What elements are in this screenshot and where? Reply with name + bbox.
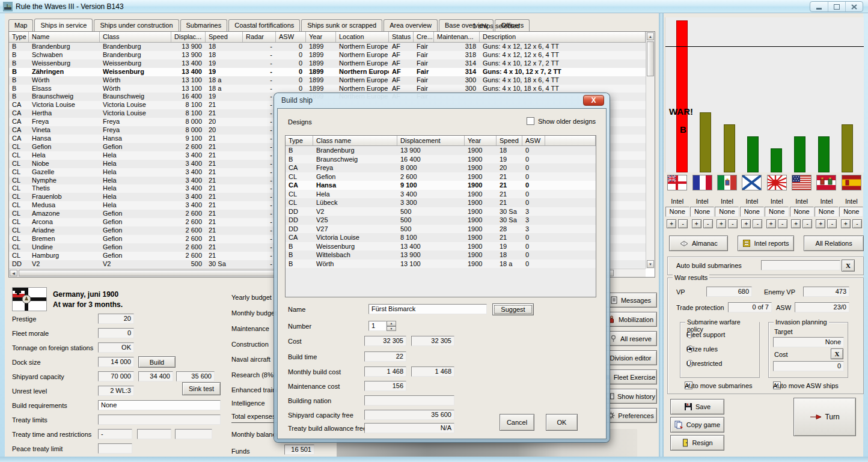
sink-test-button[interactable]: Sink test [182, 382, 221, 395]
policy-option-fleet-support[interactable]: Fleet support [686, 331, 694, 338]
resign-button[interactable]: Resign [670, 435, 724, 451]
policy-option-unrestricted[interactable]: Unrestricted [686, 360, 694, 367]
design-column-asw[interactable]: ASW [522, 136, 545, 145]
auto-build-field[interactable] [761, 260, 840, 270]
almanac-button[interactable]: Almanac [669, 236, 728, 251]
intel-reports-button[interactable]: Intel reports [738, 236, 795, 251]
minimize-button[interactable] [810, 2, 828, 11]
title-bar[interactable]: Rule the Waves III - Version B143 [0, 0, 868, 13]
tab-submarines[interactable]: Submarines [180, 19, 228, 31]
column-header-year[interactable]: Year [306, 32, 336, 42]
design-row-v2[interactable]: DDV2500190030 Sa3 [286, 207, 596, 216]
ship-row-w-rth[interactable]: BWörthWörth13 10018 a-01899Northern Euro… [9, 76, 646, 85]
turn-button[interactable]: Turn [793, 398, 856, 436]
copy-game-button[interactable]: Copy game [670, 417, 724, 433]
vertical-scroll-thumb[interactable] [647, 41, 654, 76]
column-header-radar[interactable]: Radar [243, 32, 276, 42]
close-button[interactable] [845, 2, 863, 11]
uk-white-ensign-flag-icon[interactable] [667, 175, 687, 190]
intel-minus-button[interactable]: - [703, 219, 713, 228]
number-input[interactable]: 1 [368, 321, 387, 331]
japan-navy-flag-icon[interactable] [767, 175, 787, 190]
intel-minus-button[interactable]: - [802, 219, 812, 228]
ok-button[interactable]: OK [546, 414, 578, 431]
design-row-victoria-louise[interactable]: CAVictoria Louise8 1001900210 [286, 233, 596, 242]
intel-plus-button[interactable]: + [791, 219, 801, 228]
column-header-class[interactable]: Class [100, 32, 171, 42]
column-header-name[interactable]: Name [29, 32, 100, 42]
design-row-v27[interactable]: DDV275001900283 [286, 225, 596, 234]
tab-ships-under-construction[interactable]: Ships under construction [94, 19, 179, 31]
dialog-close-icon[interactable]: X [583, 95, 604, 106]
design-column-displacement[interactable]: Displacement [397, 136, 465, 145]
design-row-v25[interactable]: DDV25500190030 Sa3 [286, 216, 596, 225]
tab-ships-sunk-or-scrapped[interactable]: Ships sunk or scrapped [301, 19, 382, 31]
design-row-gefion[interactable]: CLGefion2 6001900210 [286, 172, 596, 181]
messages-button[interactable]: Messages [604, 293, 657, 308]
ship-row-weissenburg[interactable]: BWeissenburgWeissenburg13 40019-01899Nor… [9, 59, 646, 68]
ship-row-elsass[interactable]: BElsassWörth13 10018 a-01899Northern Eur… [9, 85, 646, 93]
mobilization-button[interactable]: Mobilization [604, 312, 657, 327]
ship-name-input[interactable]: Fürst Bismarck [368, 304, 487, 314]
design-row-l-beck[interactable]: CLLübeck3 3001900210 [286, 198, 596, 207]
scroll-up-icon[interactable]: ▲ [647, 32, 654, 40]
design-row-w-rth[interactable]: BWörth13 100190018 a0 [286, 260, 596, 269]
preferences-button[interactable]: Preferences [604, 408, 657, 423]
spin-up-icon[interactable]: ▲ [387, 321, 396, 326]
usa-flag-icon[interactable] [792, 175, 811, 190]
intel-plus-button[interactable]: + [692, 219, 701, 228]
design-row-wittelsbach[interactable]: BWittelsbach13 9001900180 [286, 251, 596, 260]
maximize-button[interactable] [828, 2, 845, 11]
ship-row-schwaben[interactable]: BSchwabenBrandenburg13 90018-01899Northe… [9, 51, 646, 59]
design-row-hela[interactable]: CLHela3 4001900210 [286, 190, 596, 199]
italy-flag-icon[interactable] [717, 175, 737, 190]
build-button[interactable]: Build [138, 356, 176, 368]
suggest-button[interactable]: Suggest [492, 303, 534, 315]
invasion-clear-button[interactable]: X [831, 348, 843, 359]
division-editor-button[interactable]: Division editor [604, 350, 657, 365]
save-button[interactable]: Save [670, 399, 724, 415]
france-flag-icon[interactable] [692, 175, 712, 190]
intel-minus-button[interactable]: - [728, 219, 738, 228]
dialog-title[interactable]: Build ship [281, 96, 313, 105]
column-header-cre[interactable]: Cre... [414, 32, 434, 42]
cancel-button[interactable]: Cancel [500, 414, 534, 431]
column-header-type[interactable]: Type [9, 32, 29, 42]
column-header-location[interactable]: Location [336, 32, 389, 42]
spin-down-icon[interactable]: ▼ [387, 326, 396, 332]
ship-row-brandenburg[interactable]: BBrandenburgBrandenburg13 90018-01899Nor… [9, 43, 646, 51]
ship-row-z-hringen[interactable]: BZähringenWeissenburg13 40019-01899North… [9, 68, 646, 76]
design-column-year[interactable]: Year [465, 136, 497, 145]
tab-ships-in-service[interactable]: Ships in service [34, 19, 93, 32]
intel-plus-button[interactable]: + [667, 219, 676, 228]
policy-option-prize-rules[interactable]: Prize rules [686, 345, 694, 353]
intel-minus-button[interactable]: - [852, 219, 862, 228]
all-relations-button[interactable]: All Relations [804, 236, 864, 251]
auto-move-submarines-checkbox[interactable]: ✓ Auto move submarines [685, 381, 692, 389]
intel-plus-button[interactable]: + [741, 219, 751, 228]
column-header-speed[interactable]: Speed [206, 32, 243, 42]
design-column-class-name[interactable]: Class name [313, 136, 397, 145]
column-header-maintenan[interactable]: Maintenan... [434, 32, 480, 42]
intel-plus-button[interactable]: + [766, 219, 776, 228]
auto-move-asw-checkbox[interactable]: ✓ Auto move ASW ships [773, 381, 781, 389]
design-row-freya[interactable]: CAFreya8 0001900200 [286, 163, 596, 172]
intel-minus-button[interactable]: - [678, 219, 688, 228]
intel-minus-button[interactable]: - [753, 219, 762, 228]
column-header-displac[interactable]: Displac... [171, 32, 206, 42]
tab-map[interactable]: Map [8, 19, 33, 31]
column-header-description[interactable]: Description [480, 32, 646, 42]
tab-area-overview[interactable]: Area overview [384, 19, 438, 31]
auto-build-clear-button[interactable]: X [842, 260, 855, 272]
intel-plus-button[interactable]: + [717, 219, 726, 228]
design-row-hansa[interactable]: CAHansa9 1001900210 [286, 181, 596, 190]
column-header-asw[interactable]: ASW [276, 32, 306, 42]
intel-plus-button[interactable]: + [841, 219, 851, 228]
column-header-status[interactable]: Status [389, 32, 414, 42]
design-column-type[interactable]: Type [286, 136, 313, 145]
design-column-speed[interactable]: Speed [497, 136, 522, 145]
tab-coastal-fortifications[interactable]: Coastal fortifications [228, 19, 300, 31]
vertical-scrollbar[interactable]: ▲ ▼ [646, 32, 655, 269]
spain-flag-icon[interactable] [842, 175, 861, 190]
scroll-left-icon[interactable]: ◀ [10, 270, 17, 276]
